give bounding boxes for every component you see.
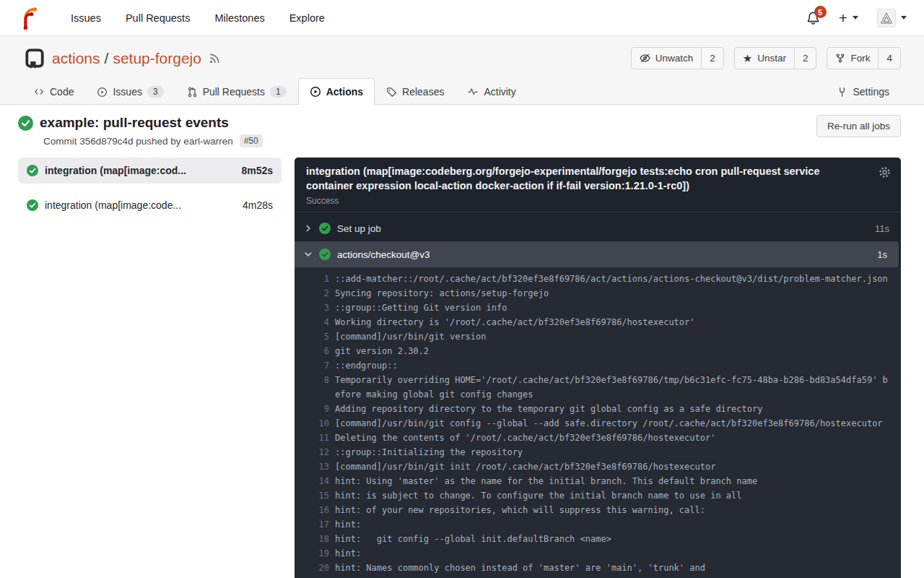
log-line-number[interactable]: 9 [295,402,329,416]
log-line-number[interactable]: 3 [295,301,329,315]
rss-icon[interactable] [209,52,221,64]
log-line-text: hint: is subject to change. To configure… [335,488,901,503]
run-title: example: pull-request events [40,115,229,131]
notification-badge: 5 [814,6,827,18]
commit-info: Commit 356d879c4d pushed by earl-warren [43,136,233,147]
star-count[interactable]: 2 [794,48,816,69]
log-line: 10 [command]/usr/bin/git config --global… [295,416,901,431]
caret-down-icon [853,16,858,20]
breadcrumb-separator: / [105,50,109,66]
star-button[interactable]: ★ Unstar 2 [734,47,817,69]
top-navbar: Issues Pull Requests Milestones Explore … [0,0,924,36]
log-line-number[interactable]: 15 [295,488,329,503]
log-line: 19 hint: [295,546,901,561]
log-line-number[interactable]: 19 [295,546,329,561]
log-line-number[interactable]: 13 [295,460,329,474]
log-line-number[interactable]: 16 [295,503,329,517]
activity-icon [467,87,479,97]
check-circle-icon [27,199,38,211]
log-line-number[interactable]: 14 [295,474,329,488]
nav-link-explore[interactable]: Explore [289,12,325,24]
gear-icon[interactable] [879,166,891,178]
log-line-text: Adding repository directory to the tempo… [335,402,901,416]
nav-link-pull-requests[interactable]: Pull Requests [126,12,190,24]
eye-slash-icon [640,53,650,64]
fork-icon [835,53,845,64]
nav-link-milestones[interactable]: Milestones [214,12,264,24]
check-circle-icon [319,223,331,234]
notifications-button[interactable]: 5 [806,11,820,25]
log-line-number[interactable]: 8 [295,373,329,402]
issues-count-badge: 3 [147,86,164,98]
log-line: 14 hint: Using 'master' as the name for … [295,474,901,488]
log-line-number[interactable]: 1 [295,272,329,286]
log-line-text: hint: of your new repositories, which wi… [335,503,901,517]
tab-actions[interactable]: Actions [298,78,375,105]
tab-code[interactable]: Code [22,78,85,105]
log-line-number[interactable]: 2 [295,286,329,301]
watch-count[interactable]: 2 [701,48,723,69]
log-line: 3 ::group::Getting Git version info [295,301,901,315]
tab-releases[interactable]: Releases [375,78,456,105]
repo-breadcrumb: actions/setup-forgejo [52,50,201,67]
job-title: integration (map[image:codeberg.org/forg… [306,164,889,193]
job-list-item[interactable]: integration (map[image:cod... 8m52s [18,158,282,184]
actions-run-page: example: pull-request events Commit 356d… [0,115,924,578]
plus-icon: + [839,10,847,25]
tab-issues[interactable]: Issues 3 [85,78,175,105]
log-line-number[interactable]: 12 [295,445,329,460]
log-line-number[interactable]: 6 [295,344,329,358]
tab-settings[interactable]: Settings [825,78,901,105]
repo-owner-link[interactable]: actions [52,50,100,66]
step-label: actions/checkout@v3 [337,249,430,260]
create-new-dropdown[interactable]: + [839,10,858,25]
rerun-all-jobs-button[interactable]: Re-run all jobs [816,115,901,137]
tab-code-label: Code [50,86,74,98]
tab-settings-label: Settings [853,86,889,98]
log-line: 13 [command]/usr/bin/git init /root/.cac… [295,460,901,474]
nav-link-issues[interactable]: Issues [71,12,101,24]
tag-icon [386,87,397,98]
step-row-setup-job[interactable]: Set up job 11s [295,215,901,241]
issue-icon [97,87,108,98]
forgejo-logo-icon[interactable] [17,6,42,30]
log-line-number[interactable]: 10 [295,416,329,431]
tab-releases-label: Releases [402,86,444,98]
log-line-text: ::group::Getting Git version info [335,301,901,315]
job-log-panel: integration (map[image:codeberg.org/forg… [295,158,901,578]
log-line: 7 ::endgroup:: [295,358,901,373]
log-line-number[interactable]: 4 [295,315,329,329]
log-line-number[interactable]: 7 [295,358,329,373]
fork-button-label: Fork [850,53,870,64]
avatar [877,9,896,27]
log-line-number[interactable]: 17 [295,517,329,532]
job-label: integration (map[image:code... [45,199,181,211]
job-list-item[interactable]: integration (map[image:code... 4m28s [18,192,282,218]
fork-count[interactable]: 4 [878,48,900,69]
log-line: 2 Syncing repository: actions/setup-forg… [295,286,901,301]
log-line: 11 Deleting the contents of '/root/.cach… [295,431,901,445]
log-line-number[interactable]: 11 [295,431,329,445]
tab-pull-requests-label: Pull Requests [203,86,265,98]
step-list: Set up job 11s actions/checkout@v3 1s [295,212,901,267]
watch-button-label: Unwatch [655,53,694,64]
log-line-number[interactable]: 20 [295,561,329,575]
step-row-checkout[interactable]: actions/checkout@v3 1s [295,241,899,267]
log-line: 1 ::add-matcher::/root/.cache/act/bf320e… [295,272,901,286]
tab-activity[interactable]: Activity [456,78,527,105]
caret-down-icon [901,16,907,20]
log-line-number[interactable]: 18 [295,532,329,546]
job-label: integration (map[image:cod... [45,165,186,176]
log-line: 17 hint: [295,517,901,532]
repo-name-link[interactable]: setup-forgejo [113,50,201,66]
log-line-text: Syncing repository: actions/setup-forgej… [335,286,901,301]
job-list: integration (map[image:cod... 8m52s inte… [18,158,282,218]
log-line-text: [command]/usr/bin/git init /root/.cache/… [335,460,901,474]
user-menu-dropdown[interactable] [877,9,907,27]
fork-button[interactable]: Fork 4 [827,47,901,69]
tab-pull-requests[interactable]: Pull Requests 1 [175,78,298,105]
watch-button[interactable]: Unwatch 2 [631,47,724,69]
log-line: 5 [command]/usr/bin/git version [295,329,901,344]
log-line-number[interactable]: 5 [295,329,329,344]
log-line-text: Working directory is '/root/.cache/act/b… [335,315,901,329]
